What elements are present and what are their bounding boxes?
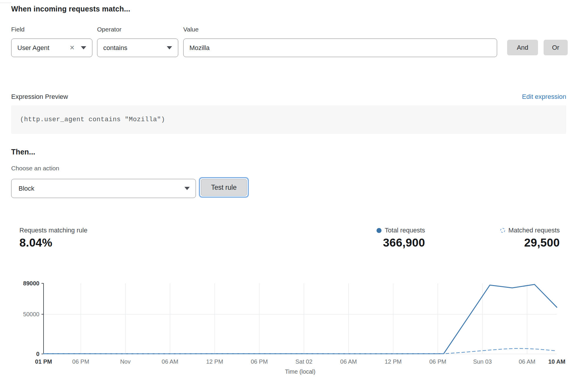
total-requests-dot-icon: [377, 228, 382, 233]
chart-gridlines: [44, 283, 557, 354]
chevron-down-icon: [167, 46, 172, 49]
field-select[interactable]: User Agent ×: [11, 39, 92, 57]
or-button[interactable]: Or: [544, 40, 568, 55]
matched-requests-circle-icon: [500, 228, 505, 233]
matched-requests-line: [44, 348, 557, 354]
matched-requests-label: Matched requests: [508, 227, 560, 234]
x-axis-tick-label: Sat 02: [295, 358, 312, 365]
field-label: Field: [11, 26, 25, 33]
x-axis-tick-label: Sun 03: [473, 358, 492, 365]
chart-axes: [41, 283, 557, 354]
x-axis-tick-label: 06 PM: [251, 358, 268, 365]
x-axis-tick-label: 12 PM: [385, 358, 402, 365]
expression-code: (http.user_agent contains "Mozilla"): [11, 116, 165, 123]
panel-corner-divider: [0, 3, 11, 3]
x-axis-tick-label: 06 AM: [162, 358, 179, 365]
rule-builder-page: When incoming requests match... Field Op…: [0, 0, 588, 381]
field-select-value: User Agent: [11, 44, 70, 52]
requests-chart: 0500008900001 PM06 PMNov06 AM12 PM06 PMS…: [0, 274, 588, 381]
test-rule-focus-ring: Test rule: [199, 177, 249, 198]
and-button[interactable]: And: [507, 40, 538, 55]
chevron-down-icon: [81, 46, 86, 49]
action-select-value: Block: [11, 185, 184, 192]
chevron-down-icon: [184, 187, 190, 190]
action-select[interactable]: Block: [11, 179, 196, 198]
chart-series: [44, 284, 557, 354]
matched-requests-value: 29,500: [500, 236, 560, 249]
value-input[interactable]: [183, 39, 497, 57]
x-axis-tick-label: 10 AM: [548, 358, 565, 365]
requests-matching-label: Requests matching rule: [19, 227, 87, 234]
operator-select-value: contains: [97, 44, 167, 52]
operator-select[interactable]: contains: [97, 39, 178, 57]
x-axis-title: Time (local): [285, 368, 316, 375]
matched-requests-stat: Matched requests 29,500: [500, 227, 560, 249]
choose-action-label: Choose an action: [11, 165, 59, 172]
then-section-heading: Then...: [11, 148, 35, 156]
x-axis-tick-label: 12 PM: [206, 358, 223, 365]
expression-preview-label: Expression Preview: [11, 93, 68, 101]
x-axis-tick-label: 06 AM: [519, 358, 535, 365]
expression-preview-box: (http.user_agent contains "Mozilla"): [11, 105, 566, 134]
x-axis-tick-label: 06 PM: [72, 358, 89, 365]
x-axis-tick-label: Nov: [120, 358, 131, 365]
total-requests-value: 366,900: [377, 236, 425, 249]
y-axis-tick-label: 89000: [23, 280, 39, 287]
total-requests-line: [44, 284, 557, 354]
edit-expression-link[interactable]: Edit expression: [522, 93, 566, 101]
total-requests-label: Total requests: [385, 227, 425, 234]
y-axis-tick-label: 50000: [23, 311, 39, 317]
y-axis-tick-label: 0: [36, 351, 39, 357]
test-rule-button[interactable]: Test rule: [201, 179, 247, 196]
operator-label: Operator: [97, 26, 121, 33]
clear-field-icon[interactable]: ×: [70, 44, 74, 52]
total-requests-stat: Total requests 366,900: [377, 227, 425, 249]
x-axis-tick-label: 06 AM: [340, 358, 357, 365]
requests-matching-stat: Requests matching rule 8.04%: [19, 227, 87, 249]
x-axis-tick-label: 01 PM: [35, 358, 52, 365]
match-section-heading: When incoming requests match...: [11, 5, 130, 13]
requests-matching-value: 8.04%: [19, 236, 87, 249]
x-axis-tick-label: 06 PM: [429, 358, 446, 365]
value-label: Value: [183, 26, 199, 33]
